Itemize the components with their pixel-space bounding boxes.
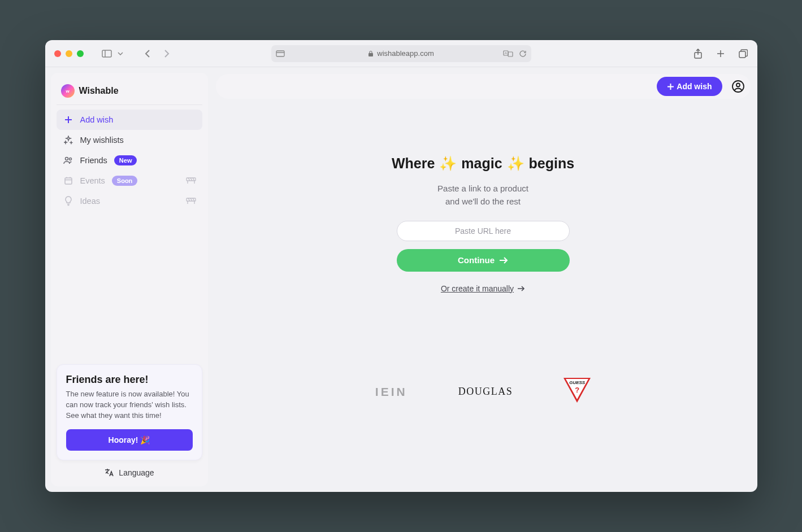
- svg-point-10: [65, 158, 68, 160]
- svg-point-11: [69, 158, 71, 160]
- plus-icon: [667, 83, 674, 90]
- site-settings-icon[interactable]: [276, 50, 285, 57]
- language-label: Language: [119, 468, 154, 477]
- lock-icon: [368, 50, 374, 57]
- share-icon[interactable]: [693, 49, 703, 59]
- arrow-right-icon: [499, 256, 508, 264]
- lightbulb-icon: [63, 196, 73, 206]
- arrow-right-icon: [517, 285, 525, 292]
- url-input[interactable]: [397, 221, 570, 241]
- svg-line-25: [188, 198, 190, 201]
- construction-icon: [185, 177, 197, 185]
- svg-rect-4: [369, 53, 373, 56]
- svg-point-29: [736, 84, 740, 87]
- minimize-window-button[interactable]: [66, 50, 72, 57]
- badge-soon: Soon: [112, 176, 138, 186]
- continue-label: Continue: [458, 255, 495, 265]
- svg-rect-12: [65, 178, 72, 184]
- browser-window: wishableapp.com A w Wishable: [45, 40, 757, 492]
- brand-logos-row: IEIN DOUGLAS GUESS ?: [375, 378, 591, 406]
- plus-icon: [63, 115, 73, 125]
- brand[interactable]: w Wishable: [57, 79, 202, 105]
- svg-line-26: [190, 198, 192, 201]
- sidebar-toggle-group: [102, 49, 125, 59]
- promo-title: Friends are here!: [66, 374, 193, 386]
- topbar: Add wish: [216, 74, 751, 99]
- hero-sub-line2: and we'll do the rest: [437, 195, 528, 208]
- translate-icon[interactable]: A: [503, 50, 513, 58]
- main: Add wish Where ✨ magic ✨ begins Paste a …: [214, 67, 757, 492]
- hero-title-mid: magic: [461, 155, 502, 172]
- titlebar: wishableapp.com A: [45, 40, 757, 67]
- svg-line-27: [193, 198, 194, 201]
- hero-title-pre: Where: [392, 155, 435, 172]
- svg-rect-9: [739, 51, 745, 58]
- manual-link-label: Or create it manually: [441, 284, 514, 293]
- brand-logo-icon: w: [61, 84, 75, 98]
- new-tab-icon[interactable]: [716, 49, 726, 59]
- brand-logo-shein: IEIN: [375, 385, 407, 399]
- add-wish-button[interactable]: Add wish: [657, 77, 722, 96]
- sidebar-item-label: Friends: [80, 156, 107, 165]
- language-button[interactable]: Language: [57, 460, 202, 481]
- guess-mark: ?: [575, 386, 579, 394]
- translate-icon: [104, 468, 114, 477]
- sidebar-item-label: My wishlists: [80, 136, 124, 145]
- sparkle-icon: ✨: [439, 155, 457, 172]
- sparkle-icon: ✨: [507, 155, 524, 172]
- sidebar-item-friends[interactable]: Friends New: [57, 150, 202, 171]
- traffic-lights: [54, 50, 84, 57]
- tabs-overview-icon[interactable]: [738, 49, 748, 59]
- maximize-window-button[interactable]: [77, 50, 84, 57]
- address-bar[interactable]: wishableapp.com A: [271, 45, 531, 62]
- svg-text:A: A: [505, 51, 507, 55]
- address-url: wishableapp.com: [377, 49, 433, 58]
- sidebar-item-label: Add wish: [80, 115, 114, 124]
- sidebar-toggle-icon[interactable]: [102, 49, 112, 59]
- sidebar-item-label: Events: [80, 176, 105, 185]
- create-manually-link[interactable]: Or create it manually: [441, 284, 525, 293]
- svg-line-20: [190, 178, 192, 181]
- sidebar-item-events: Events Soon: [57, 171, 202, 191]
- promo-body: The new feature is now available! You ca…: [66, 389, 193, 421]
- guess-text: GUESS: [569, 380, 585, 385]
- svg-rect-2: [276, 51, 284, 56]
- promo-cta-button[interactable]: Hooray! 🎉: [66, 429, 193, 451]
- sparkle-icon: [63, 135, 73, 145]
- svg-rect-6: [508, 52, 513, 56]
- add-wish-label: Add wish: [677, 82, 712, 91]
- svg-rect-0: [102, 50, 111, 57]
- hero-title-post: begins: [529, 155, 575, 172]
- sidebar-item-add-wish[interactable]: Add wish: [57, 110, 202, 130]
- hero-sub-line1: Paste a link to a product: [437, 182, 528, 195]
- svg-line-19: [188, 178, 190, 181]
- sidebar-item-my-wishlists[interactable]: My wishlists: [57, 130, 202, 150]
- construction-icon: [185, 197, 197, 205]
- titlebar-right: [693, 49, 748, 59]
- badge-new: New: [114, 155, 137, 165]
- back-button[interactable]: [142, 49, 153, 59]
- calendar-icon: [63, 176, 73, 186]
- friends-icon: [63, 155, 73, 165]
- promo-card: Friends are here! The new feature is now…: [57, 364, 202, 460]
- continue-button[interactable]: Continue: [397, 249, 570, 272]
- nav-arrows: [142, 49, 172, 59]
- forward-button[interactable]: [162, 49, 172, 59]
- reload-icon[interactable]: [519, 50, 527, 58]
- sidebar: w Wishable Add wish My wishlists Fri: [51, 73, 208, 486]
- chevron-down-icon[interactable]: [115, 49, 125, 59]
- brand-logo-douglas: DOUGLAS: [458, 386, 513, 398]
- content: w Wishable Add wish My wishlists Fri: [45, 67, 757, 492]
- hero-subtitle: Paste a link to a product and we'll do t…: [437, 182, 528, 208]
- address-right-icons: A: [503, 50, 527, 58]
- hero-title: Where ✨ magic ✨ begins: [392, 155, 574, 172]
- hero: Where ✨ magic ✨ begins Paste a link to a…: [216, 99, 751, 485]
- sidebar-item-label: Ideas: [80, 197, 100, 206]
- svg-line-21: [193, 178, 194, 181]
- close-window-button[interactable]: [54, 50, 61, 57]
- brand-name: Wishable: [79, 86, 119, 96]
- profile-button[interactable]: [730, 79, 746, 94]
- brand-logo-guess: GUESS ?: [563, 378, 591, 406]
- sidebar-item-ideas: Ideas: [57, 191, 202, 211]
